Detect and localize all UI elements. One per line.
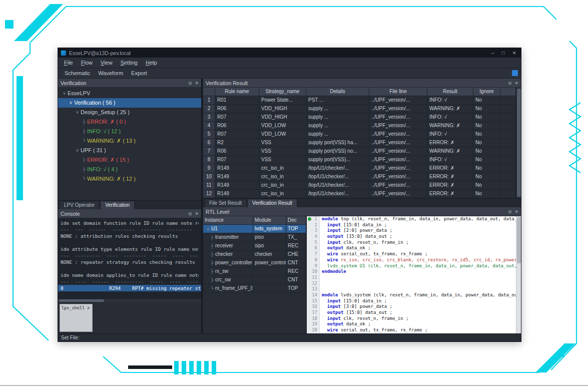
toolbar-schematic[interactable]: Schematic (61, 68, 94, 78)
console-input-area[interactable]: lpv_shell > (58, 302, 201, 333)
tree-item[interactable]: ├ERROR: ✗ ( 15 ) (58, 155, 201, 165)
result-cell[interactable]: R07 (215, 156, 259, 164)
result-cell[interactable] (500, 96, 516, 105)
result-cell[interactable]: ERROR: ✗ (427, 173, 473, 181)
result-cell[interactable]: /top/U1/checker/... (306, 190, 369, 198)
dec-cell[interactable]: REC (286, 242, 306, 250)
code-line[interactable]: 2 input [15:0] data_in ; (307, 222, 516, 228)
code-line[interactable]: 5 input clk, reset_n, frame_in ; (307, 240, 516, 246)
result-cell[interactable]: supply port(VSS) no... (306, 147, 369, 156)
result-cell[interactable]: supply ... (306, 113, 369, 122)
result-cell[interactable]: R149 (215, 181, 259, 190)
result-cell[interactable]: ../UPF_version/... (369, 164, 427, 173)
code-line[interactable]: 9 lvds_system U1 (clk, reset_n, frame_in… (307, 263, 516, 269)
close-panel-icon[interactable]: ✕ (514, 81, 518, 86)
code-line[interactable]: 19 output data_ok ; (307, 321, 516, 327)
module-cell[interactable] (253, 276, 286, 284)
result-cell[interactable]: ../UPF_version/... (369, 173, 427, 181)
console-output[interactable]: ide set domain function rule ID rule nam… (58, 218, 201, 298)
result-cell[interactable]: R149 (215, 190, 259, 198)
code-line[interactable]: 14module lvds_system (clk, reset_n, fram… (307, 292, 516, 298)
code-line[interactable]: 7 wire serial_out, tx_frame, rx_frame ; (307, 251, 516, 257)
dec-cell[interactable]: REC (286, 267, 306, 276)
result-cell[interactable]: R149 (215, 164, 259, 173)
result-cell[interactable] (500, 164, 516, 173)
console-hscrollbar[interactable] (58, 298, 201, 302)
menu-file[interactable]: File (60, 58, 77, 68)
float-panel-icon[interactable]: ⊘ (188, 211, 192, 216)
result-cell[interactable]: crc_iso_in (259, 164, 306, 173)
result-cell[interactable]: /top/U1/checker/... (306, 164, 369, 173)
result-cell[interactable]: No (473, 181, 500, 190)
result-cell[interactable] (500, 113, 516, 122)
module-cell[interactable] (253, 284, 286, 293)
instance-column-header[interactable]: Module (253, 216, 286, 225)
code-editor[interactable]: 1module top (clk, reset_n, frame_in, dat… (307, 216, 516, 333)
result-cell[interactable] (500, 105, 516, 113)
expander-icon[interactable]: ∨ (68, 98, 74, 108)
code-line[interactable]: 15 input [15:0] data_in ; (307, 298, 516, 304)
close-panel-icon[interactable]: ✕ (195, 211, 199, 216)
code-line[interactable]: 10endmodule (307, 269, 516, 275)
tree-item[interactable]: ├INFO: √ ( 4 ) (58, 165, 201, 174)
row-number[interactable]: 2 (203, 105, 215, 113)
code-line[interactable]: 1module top (clk, reset_n, frame_in, dat… (307, 216, 516, 222)
dec-cell[interactable]: CNT (286, 259, 306, 267)
result-cell[interactable]: No (473, 105, 500, 113)
code-line[interactable]: 3 input [2:0] power_data ; (307, 228, 516, 234)
result-cell[interactable]: ../UPF_version/... (369, 105, 427, 113)
result-cell[interactable]: No (473, 130, 500, 139)
row-number[interactable]: 3 (203, 113, 215, 122)
result-cell[interactable]: R01 (215, 96, 259, 105)
expander-icon[interactable]: ∨ (205, 225, 211, 233)
expander-icon[interactable]: ∨ (74, 146, 81, 155)
float-panel-icon[interactable]: ⊘ (508, 209, 512, 214)
result-cell[interactable]: VSS (259, 147, 306, 156)
result-cell[interactable]: WARNING: ✗ (427, 122, 473, 130)
result-cell[interactable]: VSS (259, 156, 306, 164)
module-cell[interactable]: piso (253, 233, 286, 242)
instance-cell[interactable]: ├crc_sw (203, 276, 253, 284)
result-cell[interactable]: ../UPF_version/... (369, 122, 427, 130)
result-cell[interactable]: No (473, 122, 500, 130)
result-cell[interactable]: crc_iso_in (259, 190, 306, 198)
dec-cell[interactable]: TOP (286, 284, 306, 293)
result-cell[interactable]: WARNING: ✗ (427, 105, 473, 113)
result-cell[interactable]: No (473, 139, 500, 147)
code-line[interactable]: 17 output [15:0] data_out ; (307, 310, 516, 316)
result-cell[interactable]: ../UPF_version/... (369, 181, 427, 190)
dec-cell[interactable]: TX_ (286, 233, 306, 242)
result-cell[interactable] (500, 181, 516, 190)
result-cell[interactable]: R06 (215, 105, 259, 113)
row-number[interactable]: 7 (203, 147, 215, 156)
result-cell[interactable]: No (473, 147, 500, 156)
right-tab-0[interactable]: File Set Result (204, 199, 247, 207)
row-number[interactable]: 1 (203, 96, 215, 105)
result-cell[interactable] (500, 156, 516, 164)
row-number[interactable]: 9 (203, 164, 215, 173)
module-cell[interactable]: lvds_system (253, 225, 286, 233)
tree-item[interactable]: ∨UPF ( 31 ) (58, 146, 201, 155)
result-cell[interactable]: ../UPF_version/... (369, 190, 427, 198)
row-number[interactable]: 12 (203, 190, 215, 198)
result-cell[interactable]: ../UPF_version/... (369, 130, 427, 139)
result-cell[interactable]: INFO: √ (427, 130, 473, 139)
result-cell[interactable]: ERROR: ✗ (427, 139, 473, 147)
title-bar[interactable]: EsseLPV@a13D-pev.local – □ ✕ (58, 48, 521, 58)
result-cell[interactable]: /top/U1/checker/... (306, 181, 369, 190)
result-cell[interactable]: supply port(VSS)... (306, 156, 369, 164)
result-cell[interactable]: ERROR: ✗ (427, 164, 473, 173)
result-cell[interactable]: ERROR: ✗ (427, 181, 473, 190)
result-cell[interactable] (500, 147, 516, 156)
right-tab-1[interactable]: Verification Result (247, 199, 297, 207)
close-button[interactable]: ✕ (512, 50, 516, 56)
shell-prompt-box[interactable]: lpv_shell > (60, 304, 93, 332)
column-header[interactable]: Details (306, 88, 369, 96)
code-line[interactable]: 4 output [15:0] data_out ; (307, 234, 516, 240)
column-header[interactable]: Ignore (473, 88, 500, 96)
instance-cell[interactable]: ∨U1 (203, 225, 253, 233)
instance-cell[interactable]: ├checker (203, 250, 253, 259)
result-cell[interactable]: crc_iso_in (259, 181, 306, 190)
column-header[interactable]: Strategy_name (259, 88, 306, 96)
dec-cell[interactable]: CNT (286, 276, 306, 284)
